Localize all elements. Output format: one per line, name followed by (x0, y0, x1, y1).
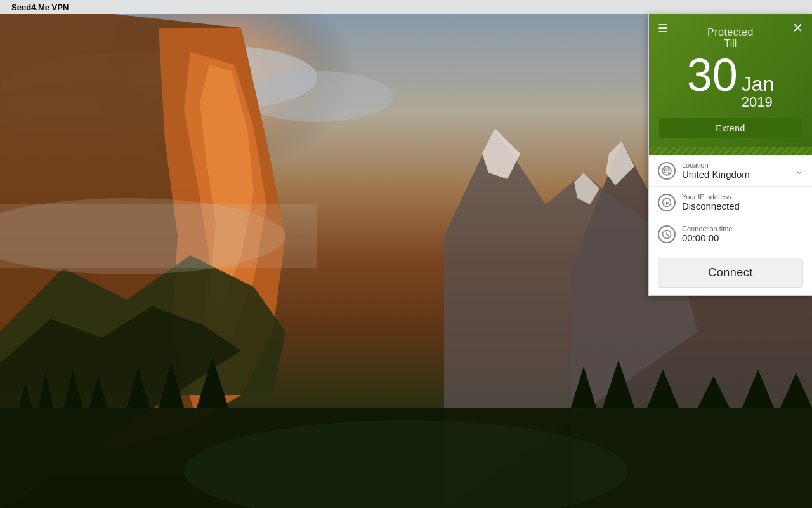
connection-time-row: Connection time 00:00:00 (649, 218, 812, 250)
connect-button-container: Connect (649, 250, 812, 295)
date-year: 2019 (742, 94, 773, 110)
date-display: 30 Jan 2019 (659, 52, 802, 110)
extend-button[interactable]: Extend (659, 118, 802, 138)
ip-icon: IP (658, 194, 676, 211)
chevron-down-icon: ⌄ (796, 166, 803, 176)
ip-content: Your IP address Disconnected (682, 193, 803, 211)
ip-row: IP Your IP address Disconnected (649, 187, 812, 218)
date-month-year: Jan 2019 (742, 74, 775, 110)
connect-button[interactable]: Connect (658, 258, 803, 288)
vpn-header: ☰ ✕ Protected Till 30 Jan 2019 Extend (649, 14, 812, 147)
location-row[interactable]: Location United Kingdom ⌄ (649, 155, 812, 187)
connection-label: Connection time (682, 225, 803, 232)
vpn-info: Location United Kingdom ⌄ IP Your IP add… (649, 155, 812, 250)
date-month: Jan (742, 74, 775, 94)
app-name: Seed4.Me VPN (11, 3, 69, 12)
vpn-panel: ☰ ✕ Protected Till 30 Jan 2019 Extend (648, 14, 812, 296)
menu-button[interactable]: ☰ (658, 23, 668, 34)
menu-bar: Seed4.Me VPN (0, 0, 812, 14)
location-content: Location United Kingdom (682, 161, 789, 180)
location-icon (658, 162, 676, 180)
ip-value: Disconnected (682, 201, 803, 211)
ip-label: Your IP address (682, 193, 803, 201)
till-label: Till (659, 38, 802, 50)
location-label: Location (682, 161, 789, 169)
location-value: United Kingdom (682, 169, 789, 180)
close-button[interactable]: ✕ (792, 22, 803, 34)
stripe-divider (649, 147, 812, 155)
protected-label: Protected (659, 27, 802, 38)
svg-text:IP: IP (664, 201, 669, 206)
svg-point-5 (241, 71, 393, 122)
connection-value: 00:00:00 (682, 232, 803, 243)
svg-line-44 (667, 234, 669, 236)
connection-content: Connection time 00:00:00 (682, 225, 803, 243)
date-day: 30 (687, 52, 738, 98)
clock-icon (658, 225, 676, 243)
